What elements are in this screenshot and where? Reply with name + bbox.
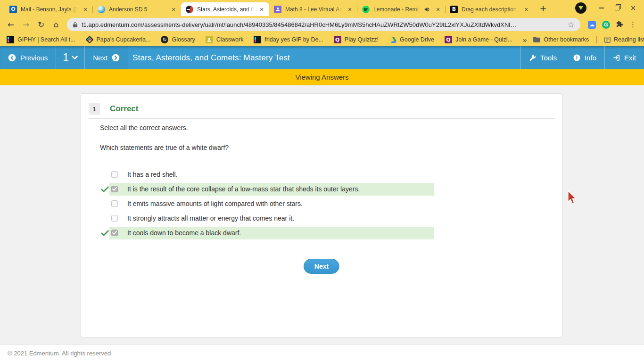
quizizz-icon: Q — [334, 36, 341, 43]
omnibox[interactable]: f1.app.edmentum.com/assessments-delivery… — [67, 18, 580, 31]
tools-label: Tools — [540, 54, 557, 62]
bookmark-item-6[interactable]: QPlay Quizizz! — [334, 36, 379, 43]
question-number-dropdown[interactable]: 1 — [56, 46, 85, 69]
bookmark-item-8[interactable]: QJoin a Game - Quizi... — [445, 36, 512, 43]
extensions-puzzle-icon[interactable] — [616, 21, 623, 28]
folder-icon — [533, 37, 540, 42]
previous-button[interactable]: Previous — [0, 46, 56, 69]
bookmarks-right: » Other bookmarks Reading list — [523, 36, 644, 44]
copyright-footer: © 2021 Edmentum. All rights reserved. — [0, 345, 644, 362]
browser-tab-6[interactable]: BDrag each description t× — [446, 2, 534, 16]
bookmarks-bar: GIPHY | Search All t...Papa's Cupcakeria… — [0, 33, 644, 46]
checkbox-unchecked[interactable] — [111, 171, 118, 178]
question-prompt: Which statements are true of a white dwa… — [100, 144, 229, 151]
chrome-menu-icon[interactable]: ⋮ — [629, 20, 636, 29]
bookmark-item-3[interactable]: ↻Glossary — [161, 36, 195, 43]
option-label: It has a red shell. — [127, 167, 178, 182]
bookmark-item-5[interactable]: friday yes GIF by De... — [254, 36, 323, 43]
tools-button[interactable]: Tools — [520, 46, 565, 69]
tab-strip: OMail - Benson, Jayla (S×Anderson SD 5×S… — [0, 0, 644, 16]
bookmark-items: GIPHY | Search All t...Papa's Cupcakeria… — [7, 36, 523, 43]
question-instruction: Select all the correct answers. — [100, 124, 188, 132]
divider — [89, 118, 554, 119]
tab-title: Stars, Asteroids, and Co — [197, 6, 254, 13]
question-number: 1 — [63, 51, 69, 64]
question-card: 1 Correct Select all the correct answers… — [81, 93, 562, 337]
answer-options: It has a red shell.It is the result of t… — [81, 167, 562, 240]
bookmark-item-1[interactable]: GIPHY | Search All t... — [7, 36, 75, 43]
forward-icon[interactable]: → — [19, 17, 33, 32]
checkbox-checked[interactable] — [111, 230, 118, 236]
checkbox-unchecked[interactable] — [111, 200, 118, 207]
glossary-icon: ↻ — [161, 36, 168, 43]
bookmark-star-icon[interactable]: ☆ — [568, 20, 575, 29]
new-tab-button[interactable]: + — [537, 1, 550, 15]
tab-audio-icon[interactable] — [424, 6, 430, 13]
bookmarks-overflow-icon[interactable]: » — [523, 36, 527, 44]
browser-tab-5[interactable]: Lemonade - Remix× — [357, 2, 446, 16]
browser-tab-4[interactable]: Math 8 - Lee Virtual Aca× — [269, 2, 357, 16]
checkbox-unchecked[interactable] — [111, 215, 118, 222]
drive-icon — [389, 36, 396, 43]
giphy-icon — [7, 36, 14, 43]
bookmark-item-7[interactable]: Google Drive — [389, 36, 434, 43]
bookmark-item-2[interactable]: Papa's Cupcakeria... — [86, 36, 151, 43]
browser-tab-3[interactable]: Stars, Asteroids, and Co× — [181, 2, 269, 16]
previous-label: Previous — [20, 54, 48, 62]
option-row-2: It is the result of the core collapse of… — [81, 182, 562, 197]
info-icon — [573, 54, 580, 61]
option-label: It cools down to become a black dwarf. — [127, 226, 241, 240]
edmentum-favicon — [186, 6, 193, 13]
option-label: It emits massive amounts of light compar… — [127, 197, 303, 211]
info-button[interactable]: Info — [565, 46, 604, 69]
address-bar: ← → ↻ ⌂ f1.app.edmentum.com/assessments-… — [0, 16, 644, 33]
exit-label: Exit — [624, 54, 636, 62]
close-button[interactable]: × — [625, 1, 641, 15]
reading-list-button[interactable]: Reading list — [604, 36, 644, 43]
url-text: f1.app.edmentum.com/assessments-delivery… — [82, 21, 564, 28]
test-title: Stars, Asteroids, and Comets: Mastery Te… — [132, 46, 290, 69]
other-bookmarks-button[interactable]: Other bookmarks — [533, 36, 589, 43]
gif2-icon — [254, 36, 261, 43]
grammarly-icon[interactable]: G — [602, 21, 610, 29]
reload-icon[interactable]: ↻ — [34, 17, 48, 32]
browser-tab-1[interactable]: OMail - Benson, Jayla (S× — [5, 2, 93, 16]
lock-icon — [73, 22, 78, 28]
tab-close-icon[interactable]: × — [258, 6, 265, 13]
wrench-icon — [529, 54, 536, 61]
reading-list-label: Reading list — [614, 36, 644, 43]
bookmark-item-4[interactable]: Classwork — [206, 36, 244, 43]
math-favicon — [274, 6, 281, 13]
tab-close-icon[interactable]: × — [346, 6, 354, 13]
bookmark-label: Google Drive — [400, 36, 434, 43]
tab-title: Drag each description t — [462, 6, 519, 13]
option-label: It strongly attracts all matter or energ… — [127, 211, 294, 226]
back-icon[interactable]: ← — [4, 17, 18, 32]
extension-blue-icon[interactable]: ☁ — [588, 21, 596, 29]
exit-button[interactable]: Exit — [604, 46, 644, 69]
tab-close-icon[interactable]: × — [522, 6, 530, 13]
next-nav-button[interactable]: Next — [85, 46, 128, 69]
minimize-button[interactable] — [593, 1, 609, 15]
tab-close-icon[interactable]: × — [82, 6, 89, 13]
bookmark-label: GIPHY | Search All t... — [17, 36, 75, 43]
question-status: Correct — [110, 103, 138, 115]
bookmark-label: Glossary — [172, 36, 195, 43]
tab-title: Mail - Benson, Jayla (S — [21, 6, 78, 13]
tab-close-icon[interactable]: × — [434, 6, 442, 13]
spotify-favicon — [362, 6, 370, 13]
home-icon[interactable]: ⌂ — [49, 17, 63, 32]
browser-tab-2[interactable]: Anderson SD 5× — [93, 2, 181, 16]
tab-close-icon[interactable]: × — [170, 6, 177, 13]
next-circle-icon — [112, 54, 120, 62]
correct-check-icon — [101, 186, 109, 192]
assessment-toolbar: Previous 1 Next Stars, Asteroids, and Co… — [0, 46, 644, 69]
bookmark-label: Classwork — [216, 36, 244, 43]
brainly-favicon: B — [450, 6, 458, 13]
profile-avatar-icon[interactable] — [575, 2, 586, 14]
anderson-favicon — [98, 6, 105, 13]
next-question-button[interactable]: Next — [304, 259, 339, 274]
restore-button[interactable] — [609, 1, 625, 15]
option-label: It is the result of the core collapse of… — [127, 182, 360, 197]
checkbox-checked[interactable] — [111, 186, 118, 192]
